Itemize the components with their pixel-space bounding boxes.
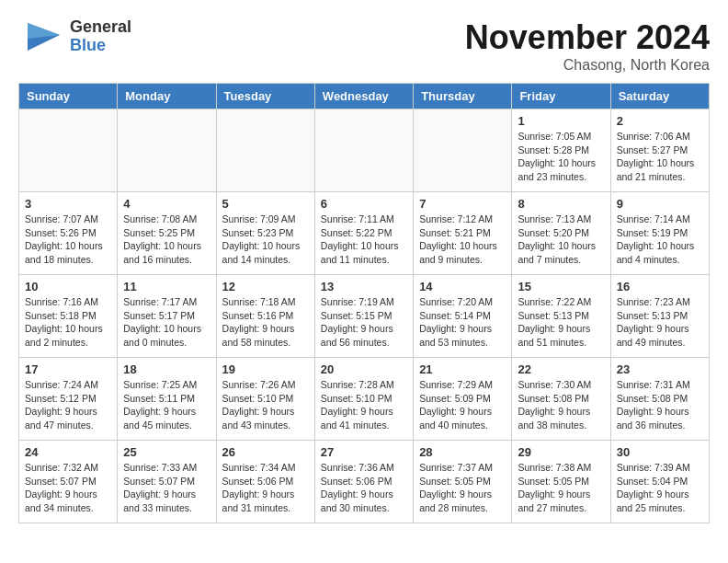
day-number: 4 [123, 197, 210, 211]
day-info: Sunrise: 7:05 AM Sunset: 5:28 PM Dayligh… [518, 130, 604, 184]
day-number: 16 [617, 280, 703, 293]
calendar-cell: 27Sunrise: 7:36 AM Sunset: 5:06 PM Dayli… [314, 441, 413, 523]
calendar-cell: 7Sunrise: 7:12 AM Sunset: 5:21 PM Daylig… [414, 192, 512, 275]
calendar-cell [19, 109, 118, 192]
day-info: Sunrise: 7:22 AM Sunset: 5:13 PM Dayligh… [518, 295, 604, 350]
logo: General Blue [18, 18, 131, 55]
day-number: 25 [123, 445, 210, 459]
day-info: Sunrise: 7:18 AM Sunset: 5:16 PM Dayligh… [222, 295, 309, 350]
day-info: Sunrise: 7:08 AM Sunset: 5:25 PM Dayligh… [123, 213, 210, 267]
calendar-cell: 29Sunrise: 7:38 AM Sunset: 5:05 PM Dayli… [512, 441, 610, 523]
weekday-header: Tuesday [216, 84, 314, 109]
calendar-cell: 30Sunrise: 7:39 AM Sunset: 5:04 PM Dayli… [610, 441, 709, 523]
day-info: Sunrise: 7:14 AM Sunset: 5:19 PM Dayligh… [617, 213, 703, 267]
calendar-cell: 1Sunrise: 7:05 AM Sunset: 5:28 PM Daylig… [512, 109, 610, 192]
day-number: 1 [518, 114, 604, 128]
calendar-cell: 2Sunrise: 7:06 AM Sunset: 5:27 PM Daylig… [610, 109, 709, 192]
title-area: November 2024 Chasong, North Korea [465, 18, 710, 74]
weekday-header: Wednesday [314, 84, 413, 109]
day-number: 28 [419, 445, 506, 459]
calendar-cell: 26Sunrise: 7:34 AM Sunset: 5:06 PM Dayli… [216, 441, 314, 523]
calendar-cell [314, 109, 413, 192]
calendar-cell: 11Sunrise: 7:17 AM Sunset: 5:17 PM Dayli… [118, 275, 216, 358]
weekday-header: Saturday [610, 84, 709, 109]
calendar-cell: 9Sunrise: 7:14 AM Sunset: 5:19 PM Daylig… [610, 192, 709, 275]
weekday-header: Monday [118, 84, 216, 109]
calendar-week-row: 17Sunrise: 7:24 AM Sunset: 5:12 PM Dayli… [19, 358, 710, 441]
day-info: Sunrise: 7:13 AM Sunset: 5:20 PM Dayligh… [518, 213, 604, 267]
day-info: Sunrise: 7:30 AM Sunset: 5:08 PM Dayligh… [518, 378, 604, 432]
day-info: Sunrise: 7:11 AM Sunset: 5:22 PM Dayligh… [321, 213, 407, 267]
logo-icon [18, 18, 66, 55]
calendar-cell: 12Sunrise: 7:18 AM Sunset: 5:16 PM Dayli… [216, 275, 314, 358]
calendar-cell: 17Sunrise: 7:24 AM Sunset: 5:12 PM Dayli… [19, 358, 118, 441]
day-info: Sunrise: 7:34 AM Sunset: 5:06 PM Dayligh… [222, 461, 309, 515]
day-number: 18 [123, 362, 210, 376]
calendar-header-row: SundayMondayTuesdayWednesdayThursdayFrid… [19, 84, 710, 109]
calendar-table: SundayMondayTuesdayWednesdayThursdayFrid… [18, 83, 710, 523]
calendar-cell: 5Sunrise: 7:09 AM Sunset: 5:23 PM Daylig… [216, 192, 314, 275]
day-info: Sunrise: 7:17 AM Sunset: 5:17 PM Dayligh… [123, 295, 210, 350]
day-info: Sunrise: 7:12 AM Sunset: 5:21 PM Dayligh… [419, 213, 506, 267]
day-number: 27 [321, 445, 407, 459]
calendar-cell: 18Sunrise: 7:25 AM Sunset: 5:11 PM Dayli… [118, 358, 216, 441]
day-info: Sunrise: 7:29 AM Sunset: 5:09 PM Dayligh… [419, 378, 506, 432]
calendar-cell: 24Sunrise: 7:32 AM Sunset: 5:07 PM Dayli… [19, 441, 118, 523]
day-number: 12 [222, 280, 309, 293]
calendar-cell: 10Sunrise: 7:16 AM Sunset: 5:18 PM Dayli… [19, 275, 118, 358]
weekday-header: Sunday [19, 84, 118, 109]
weekday-header: Friday [512, 84, 610, 109]
day-number: 5 [222, 197, 309, 211]
day-number: 30 [617, 445, 703, 459]
day-number: 22 [518, 362, 604, 376]
day-number: 9 [617, 197, 703, 211]
calendar-cell: 20Sunrise: 7:28 AM Sunset: 5:10 PM Dayli… [314, 358, 413, 441]
day-info: Sunrise: 7:19 AM Sunset: 5:15 PM Dayligh… [321, 295, 407, 350]
day-info: Sunrise: 7:16 AM Sunset: 5:18 PM Dayligh… [25, 295, 111, 350]
logo-text: General Blue [70, 18, 131, 55]
calendar-week-row: 24Sunrise: 7:32 AM Sunset: 5:07 PM Dayli… [19, 441, 710, 523]
day-number: 24 [25, 445, 111, 459]
calendar-week-row: 10Sunrise: 7:16 AM Sunset: 5:18 PM Dayli… [19, 275, 710, 358]
day-number: 3 [25, 197, 111, 211]
calendar-cell [414, 109, 512, 192]
day-number: 19 [222, 362, 309, 376]
calendar-week-row: 3Sunrise: 7:07 AM Sunset: 5:26 PM Daylig… [19, 192, 710, 275]
day-info: Sunrise: 7:09 AM Sunset: 5:23 PM Dayligh… [222, 213, 309, 267]
day-info: Sunrise: 7:31 AM Sunset: 5:08 PM Dayligh… [617, 378, 703, 432]
calendar-cell: 28Sunrise: 7:37 AM Sunset: 5:05 PM Dayli… [414, 441, 512, 523]
calendar-week-row: 1Sunrise: 7:05 AM Sunset: 5:28 PM Daylig… [19, 109, 710, 192]
day-number: 6 [321, 197, 407, 211]
day-info: Sunrise: 7:07 AM Sunset: 5:26 PM Dayligh… [25, 213, 111, 267]
day-number: 17 [25, 362, 111, 376]
day-number: 13 [321, 280, 407, 293]
day-info: Sunrise: 7:20 AM Sunset: 5:14 PM Dayligh… [419, 295, 506, 350]
weekday-header: Thursday [414, 84, 512, 109]
day-info: Sunrise: 7:38 AM Sunset: 5:05 PM Dayligh… [518, 461, 604, 515]
calendar-cell: 15Sunrise: 7:22 AM Sunset: 5:13 PM Dayli… [512, 275, 610, 358]
day-number: 23 [617, 362, 703, 376]
day-info: Sunrise: 7:36 AM Sunset: 5:06 PM Dayligh… [321, 461, 407, 515]
calendar-cell: 13Sunrise: 7:19 AM Sunset: 5:15 PM Dayli… [314, 275, 413, 358]
calendar-cell: 22Sunrise: 7:30 AM Sunset: 5:08 PM Dayli… [512, 358, 610, 441]
day-number: 14 [419, 280, 506, 293]
calendar-cell: 14Sunrise: 7:20 AM Sunset: 5:14 PM Dayli… [414, 275, 512, 358]
calendar-cell [118, 109, 216, 192]
location-title: Chasong, North Korea [465, 57, 710, 74]
day-number: 21 [419, 362, 506, 376]
calendar-cell: 4Sunrise: 7:08 AM Sunset: 5:25 PM Daylig… [118, 192, 216, 275]
month-title: November 2024 [465, 18, 710, 57]
day-info: Sunrise: 7:26 AM Sunset: 5:10 PM Dayligh… [222, 378, 309, 432]
calendar-cell: 21Sunrise: 7:29 AM Sunset: 5:09 PM Dayli… [414, 358, 512, 441]
day-info: Sunrise: 7:06 AM Sunset: 5:27 PM Dayligh… [617, 130, 703, 184]
day-info: Sunrise: 7:32 AM Sunset: 5:07 PM Dayligh… [25, 461, 111, 515]
day-info: Sunrise: 7:25 AM Sunset: 5:11 PM Dayligh… [123, 378, 210, 432]
day-number: 7 [419, 197, 506, 211]
day-number: 8 [518, 197, 604, 211]
day-number: 15 [518, 280, 604, 293]
day-number: 29 [518, 445, 604, 459]
day-info: Sunrise: 7:28 AM Sunset: 5:10 PM Dayligh… [321, 378, 407, 432]
calendar-cell: 6Sunrise: 7:11 AM Sunset: 5:22 PM Daylig… [314, 192, 413, 275]
calendar-cell: 16Sunrise: 7:23 AM Sunset: 5:13 PM Dayli… [610, 275, 709, 358]
day-number: 10 [25, 280, 111, 293]
